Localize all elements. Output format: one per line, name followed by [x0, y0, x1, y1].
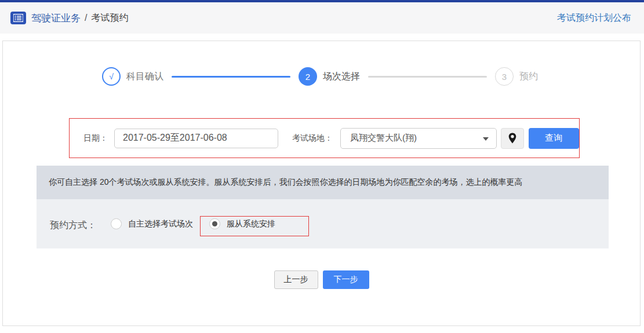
- radio-option-system-arrange-label: 服从系统安排: [227, 219, 275, 229]
- venue-select[interactable]: 凤翔交警大队(翔): [340, 128, 497, 149]
- query-button[interactable]: 查询: [529, 128, 579, 149]
- date-range-input[interactable]: [114, 129, 278, 148]
- main-panel: √ 科目确认 2 场次选择 3 预约 日期： 考试场地： 凤翔交警大队(翔) 查…: [2, 41, 641, 326]
- breadcrumb-separator: /: [85, 13, 87, 23]
- step-1-label: 科目确认: [126, 71, 163, 83]
- step-3-label: 预约: [519, 71, 538, 83]
- previous-step-button[interactable]: 上一步: [274, 270, 318, 289]
- venue-label: 考试场地：: [292, 133, 333, 144]
- notice-text: 你可自主选择 20个考试场次或服从系统安排。服从系统安排后，我们会按照你选择的日…: [49, 177, 522, 188]
- radio-selected-icon[interactable]: [209, 218, 220, 229]
- booking-method-section: 预约方式： 自主选择考试场次 服从系统安排: [37, 199, 609, 248]
- step-3-circle: 3: [495, 67, 514, 86]
- action-buttons: 上一步 下一步: [3, 270, 640, 289]
- breadcrumb-section[interactable]: 驾驶证业务: [31, 12, 81, 25]
- notice-bar: 你可自主选择 20个考试场次或服从系统安排。服从系统安排后，我们会按照你选择的日…: [37, 166, 609, 199]
- step-2-circle: 2: [299, 67, 317, 86]
- radio-option-system-arrange[interactable]: 服从系统安排: [209, 218, 275, 229]
- step-1-circle: √: [102, 67, 121, 86]
- breadcrumb-page: 考试预约: [91, 12, 128, 24]
- list-icon: [10, 12, 26, 24]
- header-bar: 驾驶证业务 / 考试预约 考试预约计划公布: [0, 2, 644, 34]
- stepper: √ 科目确认 2 场次选择 3 预约: [102, 67, 538, 86]
- radio-unselected-icon[interactable]: [111, 218, 122, 229]
- booking-method-label: 预约方式：: [50, 219, 96, 232]
- filter-highlight-box: 日期： 考试场地： 凤翔交警大队(翔) 查询: [69, 118, 580, 158]
- next-step-button[interactable]: 下一步: [323, 270, 369, 289]
- step-connector-done: [172, 76, 290, 78]
- step-connector-pending: [368, 76, 487, 78]
- filter-row: 日期： 考试场地： 凤翔交警大队(翔) 查询: [70, 119, 579, 158]
- map-location-button[interactable]: [501, 128, 524, 149]
- map-pin-icon: [508, 133, 516, 144]
- radio-option-self-select[interactable]: 自主选择考试场次: [111, 218, 193, 229]
- radio-option-self-select-label: 自主选择考试场次: [128, 219, 193, 229]
- chevron-down-icon: [483, 137, 489, 141]
- exam-plan-link[interactable]: 考试预约计划公布: [557, 12, 631, 24]
- step-2-label: 场次选择: [323, 71, 360, 83]
- date-label: 日期：: [83, 133, 108, 144]
- venue-select-value: 凤翔交警大队(翔): [350, 133, 417, 144]
